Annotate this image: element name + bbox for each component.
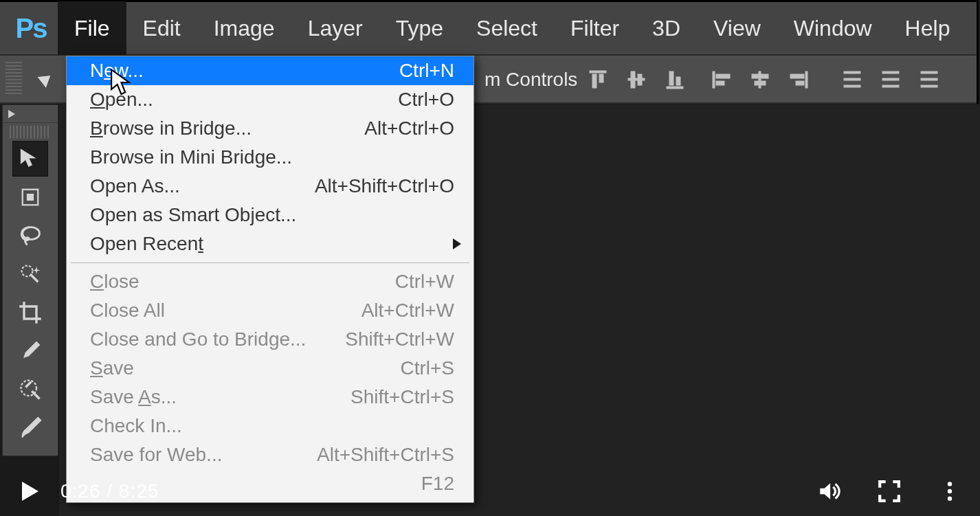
video-duration: 8:25: [119, 480, 159, 502]
file-menu-item[interactable]: Open as Smart Object...: [67, 201, 474, 229]
svg-rect-2: [599, 74, 603, 82]
file-menu-item[interactable]: New...Ctrl+N: [67, 56, 474, 85]
menu-window[interactable]: Window: [777, 1, 889, 55]
tool-move[interactable]: [12, 141, 48, 177]
distribute-vcenter-icon[interactable]: [877, 66, 904, 93]
svg-rect-7: [669, 71, 673, 85]
menu-help[interactable]: Help: [889, 1, 967, 55]
menu-item-shortcut: Shift+Ctrl+S: [350, 386, 454, 408]
svg-rect-17: [796, 81, 804, 85]
menu-type[interactable]: Type: [379, 1, 460, 55]
file-menu-item: Close and Go to Bridge...Shift+Ctrl+W: [67, 325, 474, 354]
svg-rect-22: [882, 78, 899, 80]
menu-item-label: Open as Smart Object...: [90, 204, 454, 226]
tool-crop[interactable]: [12, 295, 48, 330]
more-button[interactable]: [933, 475, 966, 508]
menu-item-label: Check In...: [90, 415, 454, 437]
volume-icon: [817, 480, 840, 503]
tool-brush[interactable]: [12, 410, 48, 446]
menu-3d[interactable]: 3D: [636, 1, 697, 55]
file-menu-item[interactable]: Browse in Mini Bridge...: [67, 143, 474, 172]
play-button[interactable]: [14, 475, 47, 508]
toolbar-expand-toggle[interactable]: [3, 105, 58, 123]
tool-healing-brush[interactable]: [12, 372, 48, 407]
svg-point-33: [948, 482, 952, 486]
menu-file[interactable]: File: [58, 1, 126, 55]
file-menu-item: Save for Web...Alt+Shift+Ctrl+S: [67, 440, 474, 469]
align-left-icon[interactable]: [708, 66, 735, 93]
svg-rect-28: [27, 194, 34, 201]
file-menu-item: Save As...Shift+Ctrl+S: [67, 383, 474, 412]
options-distribute-group: [838, 56, 943, 104]
file-menu-dropdown: New...Ctrl+NOpen...Ctrl+OBrowse in Bridg…: [66, 56, 474, 503]
tool-quick-select[interactable]: [12, 256, 48, 292]
svg-rect-1: [592, 74, 597, 88]
video-controls: 0:26 / 8:25: [0, 467, 980, 516]
file-menu-item[interactable]: Open As...Alt+Shift+Ctrl+O: [67, 172, 474, 201]
svg-point-29: [23, 227, 40, 240]
options-move-tool-preview[interactable]: [29, 62, 63, 96]
options-grip[interactable]: [5, 62, 22, 96]
menu-item-label: Save for Web...: [90, 444, 317, 466]
menu-select[interactable]: Select: [460, 1, 554, 55]
svg-rect-5: [638, 74, 642, 85]
file-menu-item: Check In...: [67, 412, 474, 440]
align-top-icon[interactable]: [584, 66, 612, 93]
tool-lasso[interactable]: [12, 218, 48, 254]
menu-item-label: Browse in Bridge...: [90, 117, 364, 139]
svg-rect-21: [882, 71, 899, 74]
align-vcenter-icon[interactable]: [623, 66, 650, 93]
menu-item-label: Close and Go to Bridge...: [90, 328, 345, 350]
file-menu-item[interactable]: Browse in Bridge...Alt+Ctrl+O: [67, 114, 474, 143]
fullscreen-icon: [878, 480, 901, 503]
svg-rect-10: [716, 74, 730, 78]
video-time-separator: /: [101, 480, 119, 502]
menu-filter[interactable]: Filter: [554, 1, 636, 55]
menu-edit[interactable]: Edit: [126, 1, 197, 55]
svg-rect-26: [921, 85, 937, 87]
svg-rect-16: [790, 74, 804, 78]
menu-divider: [71, 262, 469, 263]
video-elapsed: 0:26: [60, 480, 101, 502]
file-menu-item[interactable]: Open Recent: [67, 229, 474, 258]
menu-item-shortcut: Alt+Shift+Ctrl+S: [317, 444, 454, 466]
app-logo: Ps: [4, 1, 58, 55]
menu-item-shortcut: Ctrl+O: [398, 89, 454, 111]
menu-item-shortcut: Alt+Ctrl+O: [364, 117, 454, 139]
svg-rect-8: [676, 77, 680, 85]
svg-rect-11: [716, 81, 724, 85]
svg-rect-18: [844, 71, 860, 74]
svg-rect-6: [667, 87, 683, 89]
submenu-arrow-icon: [453, 238, 461, 249]
tool-eyedropper[interactable]: [12, 333, 48, 369]
menu-item-label: Save As...: [90, 386, 350, 408]
fullscreen-button[interactable]: [873, 475, 906, 508]
tool-artboard[interactable]: [12, 179, 48, 215]
options-show-transform-controls[interactable]: m Controls: [478, 56, 584, 104]
align-hcenter-icon[interactable]: [746, 66, 774, 93]
svg-rect-14: [755, 81, 766, 85]
menu-view[interactable]: View: [697, 1, 777, 55]
align-right-icon[interactable]: [785, 66, 812, 93]
svg-rect-20: [844, 85, 860, 87]
toolbar-grip[interactable]: [10, 126, 51, 138]
align-bottom-icon[interactable]: [661, 66, 689, 93]
svg-rect-15: [805, 71, 808, 88]
distribute-top-icon[interactable]: [838, 66, 866, 93]
file-menu-item[interactable]: Open...Ctrl+O: [67, 85, 474, 114]
menu-item-shortcut: Alt+Ctrl+W: [361, 300, 454, 322]
distribute-bottom-icon[interactable]: [915, 66, 943, 93]
menu-item-shortcut: Ctrl+S: [400, 357, 454, 379]
file-menu-item: CloseCtrl+W: [67, 267, 474, 296]
menu-item-label: Open...: [90, 89, 398, 111]
svg-rect-24: [921, 71, 937, 74]
svg-rect-4: [631, 71, 635, 88]
menu-image[interactable]: Image: [197, 1, 291, 55]
svg-point-35: [948, 496, 952, 500]
menu-item-shortcut: Ctrl+N: [399, 60, 454, 82]
menu-item-shortcut: Alt+Shift+Ctrl+O: [315, 175, 454, 197]
menu-item-label: Close All: [90, 300, 361, 322]
menu-layer[interactable]: Layer: [291, 1, 379, 55]
menu-item-label: Browse in Mini Bridge...: [90, 146, 454, 168]
volume-button[interactable]: [812, 475, 845, 508]
